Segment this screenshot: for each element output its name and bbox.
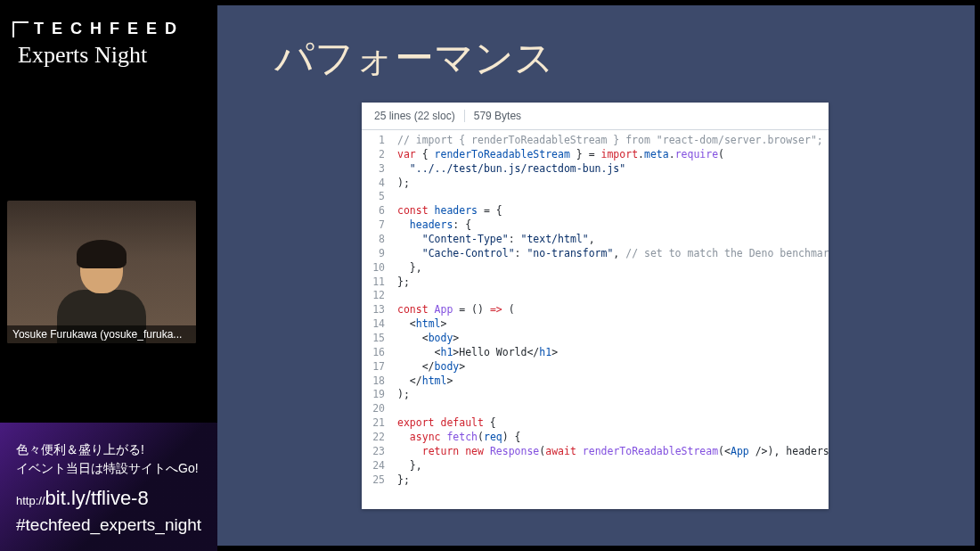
code-block: 25 lines (22 sloc)579 Bytes 1// import {… <box>362 103 829 509</box>
code-line: 8 "Content-Type": "text/html", <box>362 233 829 247</box>
code-content: </body> <box>397 360 829 374</box>
line-number: 25 <box>362 473 397 488</box>
promo-panel: 色々便利＆盛り上がる! イベント当日は特設サイトへGo! http://bit.… <box>0 423 217 551</box>
code-content: return new Response(await renderToReadab… <box>397 445 829 459</box>
promo-text-1: 色々便利＆盛り上がる! <box>16 440 205 459</box>
code-header: 25 lines (22 sloc)579 Bytes <box>362 103 829 130</box>
logo-text: TECHFEED <box>34 20 184 38</box>
code-line: 13const App = () => ( <box>362 303 829 317</box>
code-line: 20 <box>362 402 829 416</box>
logo-subtitle: Experts Night <box>18 42 205 69</box>
line-number: 15 <box>362 332 397 346</box>
code-content: // import { renderToReadableStream } fro… <box>397 134 829 148</box>
line-number: 7 <box>362 218 397 233</box>
code-lines-count: 25 lines (22 sloc) <box>374 110 455 122</box>
line-number: 9 <box>362 247 397 261</box>
line-number: 3 <box>362 162 397 177</box>
code-line: 24 }, <box>362 459 829 473</box>
code-content: export default { <box>397 416 829 431</box>
code-content: <h1>Hello World</h1> <box>397 346 829 360</box>
slide-title: パフォーマンス <box>274 32 975 85</box>
line-number: 1 <box>362 134 397 148</box>
code-content: var { renderToReadableStream } = import.… <box>397 148 829 162</box>
line-number: 12 <box>362 289 397 303</box>
line-number: 11 <box>362 276 397 290</box>
line-number: 22 <box>362 431 397 445</box>
speaker-name-label: Yosuke Furukawa (yosuke_furuka... <box>7 325 196 343</box>
code-content: headers: { <box>397 218 829 233</box>
code-content: "Content-Type": "text/html", <box>397 233 829 247</box>
code-content: }, <box>397 459 829 473</box>
promo-url-prefix: http:// <box>16 494 45 507</box>
logo-main: TECHFEED <box>12 20 205 38</box>
code-line: 23 return new Response(await renderToRea… <box>362 445 829 459</box>
code-content: <body> <box>397 332 829 346</box>
line-number: 20 <box>362 402 397 416</box>
code-content: const App = () => ( <box>397 303 829 317</box>
promo-url: http://bit.ly/tflive-8 <box>16 487 205 510</box>
code-content <box>397 402 829 416</box>
code-line: 10 }, <box>362 261 829 276</box>
code-line: 2var { renderToReadableStream } = import… <box>362 148 829 162</box>
code-content: }; <box>397 473 829 488</box>
line-number: 24 <box>362 459 397 473</box>
promo-text-2: イベント当日は特設サイトへGo! <box>16 459 205 478</box>
promo-hashtag: #techfeed_experts_night <box>16 515 205 535</box>
code-content: "../../test/bun.js/reactdom-bun.js" <box>397 162 829 177</box>
line-number: 5 <box>362 190 397 204</box>
promo-url-main: bit.ly/tflive-8 <box>45 487 149 509</box>
line-number: 14 <box>362 317 397 332</box>
line-number: 23 <box>362 445 397 459</box>
code-line: 12 <box>362 289 829 303</box>
code-line: 16 <h1>Hello World</h1> <box>362 346 829 360</box>
code-content: }, <box>397 261 829 276</box>
code-line: 19); <box>362 388 829 402</box>
code-line: 21export default { <box>362 416 829 431</box>
code-line: 17 </body> <box>362 360 829 374</box>
line-number: 16 <box>362 346 397 360</box>
code-line: 6const headers = { <box>362 204 829 218</box>
code-line: 4); <box>362 177 829 191</box>
line-number: 18 <box>362 374 397 389</box>
code-content: }; <box>397 276 829 290</box>
code-line: 7 headers: { <box>362 218 829 233</box>
code-content: <html> <box>397 317 829 332</box>
code-content: ); <box>397 388 829 402</box>
code-content: async fetch(req) { <box>397 431 829 445</box>
code-line: 22 async fetch(req) { <box>362 431 829 445</box>
line-number: 8 <box>362 233 397 247</box>
code-line: 9 "Cache-Control": "no-transform", // se… <box>362 247 829 261</box>
techfeed-icon <box>12 21 29 37</box>
line-number: 19 <box>362 388 397 402</box>
sidebar: TECHFEED Experts Night Yosuke Furukawa (… <box>0 0 217 551</box>
code-content: </html> <box>397 374 829 389</box>
code-line: 18 </html> <box>362 374 829 389</box>
line-number: 2 <box>362 148 397 162</box>
speaker-webcam: Yosuke Furukawa (yosuke_furuka... <box>7 201 196 343</box>
line-number: 17 <box>362 360 397 374</box>
code-line: 25}; <box>362 473 829 488</box>
code-line: 5 <box>362 190 829 204</box>
presentation-slide: パフォーマンス 25 lines (22 sloc)579 Bytes 1// … <box>217 5 975 546</box>
code-content: ); <box>397 177 829 191</box>
line-number: 10 <box>362 261 397 276</box>
code-content <box>397 289 829 303</box>
code-line: 14 <html> <box>362 317 829 332</box>
code-content <box>397 190 829 204</box>
line-number: 13 <box>362 303 397 317</box>
logo-area: TECHFEED Experts Night <box>0 0 217 69</box>
code-line: 11}; <box>362 276 829 290</box>
code-bytes-count: 579 Bytes <box>455 110 521 122</box>
line-number: 4 <box>362 177 397 191</box>
code-line: 1// import { renderToReadableStream } fr… <box>362 134 829 148</box>
code-content: "Cache-Control": "no-transform", // set … <box>397 247 829 261</box>
line-number: 6 <box>362 204 397 218</box>
code-line: 15 <body> <box>362 332 829 346</box>
code-content: const headers = { <box>397 204 829 218</box>
code-line: 3 "../../test/bun.js/reactdom-bun.js" <box>362 162 829 177</box>
line-number: 21 <box>362 416 397 431</box>
code-body: 1// import { renderToReadableStream } fr… <box>362 130 829 490</box>
